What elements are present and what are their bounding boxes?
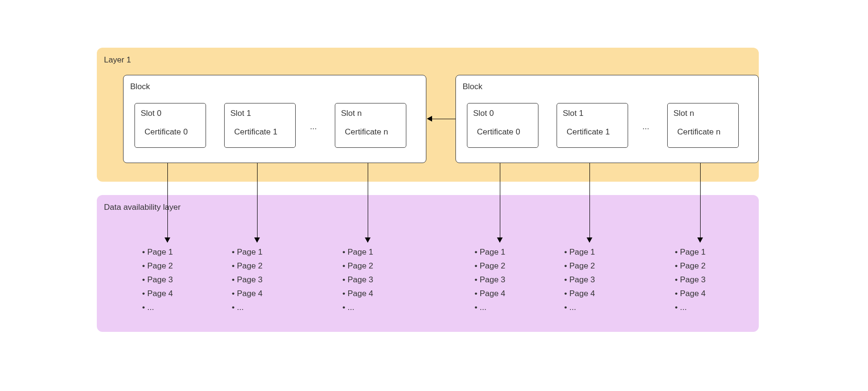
list-item: Page 2: [675, 259, 706, 273]
list-item: Page 1: [342, 246, 373, 259]
arrow-head-down-icon: [697, 237, 703, 243]
pages-a1: Page 1 Page 2 Page 3 Page 4 ...: [232, 246, 263, 314]
pages-b0: Page 1 Page 2 Page 3 Page 4 ...: [475, 246, 506, 314]
list-item: Page 1: [564, 246, 595, 259]
arrow-head-down-icon: [254, 237, 260, 243]
arrow-block-b-to-a: [432, 119, 455, 119]
slot-b0: Slot 0 Certificate 0: [467, 103, 538, 148]
arrow-head-left-icon: [427, 116, 432, 122]
list-item: Page 2: [342, 259, 373, 273]
list-item: Page 1: [142, 246, 173, 259]
slot-an: Slot n Certificate n: [335, 103, 406, 148]
data-availability-layer-box: Data availability layer: [97, 195, 759, 332]
list-item: Page 3: [232, 273, 263, 287]
arrow-head-down-icon: [587, 237, 592, 243]
ellipsis-b: ...: [642, 122, 649, 132]
slot-an-cert: Certificate n: [345, 127, 388, 137]
list-item: Page 2: [475, 259, 506, 273]
slot-an-title: Slot n: [341, 109, 362, 118]
arrow-head-down-icon: [497, 237, 503, 243]
list-item: ...: [232, 301, 263, 315]
list-item: Page 4: [232, 287, 263, 301]
slot-b1-cert: Certificate 1: [567, 127, 610, 137]
slot-bn-title: Slot n: [673, 109, 694, 118]
ellipsis-a: ...: [310, 122, 317, 132]
slot-a1-title: Slot 1: [230, 109, 251, 118]
slot-a1-cert: Certificate 1: [234, 127, 278, 137]
list-item: Page 2: [232, 259, 263, 273]
slot-a0-title: Slot 0: [141, 109, 161, 118]
slot-b0-cert: Certificate 0: [477, 127, 520, 137]
list-item: Page 4: [564, 287, 595, 301]
list-item: Page 4: [142, 287, 173, 301]
slot-bn: Slot n Certificate n: [667, 103, 739, 148]
slot-a1: Slot 1 Certificate 1: [224, 103, 296, 148]
slot-a0-cert: Certificate 0: [145, 127, 188, 137]
slot-bn-cert: Certificate n: [677, 127, 721, 137]
list-item: ...: [342, 301, 373, 315]
list-item: Page 2: [564, 259, 595, 273]
list-item: ...: [564, 301, 595, 315]
list-item: Page 4: [342, 287, 373, 301]
arrow-head-down-icon: [365, 237, 371, 243]
list-item: Page 3: [675, 273, 706, 287]
list-item: Page 2: [142, 259, 173, 273]
layer1-title: Layer 1: [104, 55, 131, 65]
slot-b1: Slot 1 Certificate 1: [557, 103, 628, 148]
block-a-title: Block: [130, 82, 150, 92]
list-item: Page 3: [475, 273, 506, 287]
list-item: Page 4: [475, 287, 506, 301]
list-item: Page 4: [675, 287, 706, 301]
slot-b1-title: Slot 1: [563, 109, 583, 118]
diagram-canvas: Layer 1 Data availability layer Block Sl…: [0, 0, 868, 391]
list-item: Page 3: [564, 273, 595, 287]
data-availability-layer-title: Data availability layer: [104, 203, 181, 212]
list-item: ...: [475, 301, 506, 315]
list-item: Page 3: [142, 273, 173, 287]
list-item: Page 1: [475, 246, 506, 259]
pages-bn: Page 1 Page 2 Page 3 Page 4 ...: [675, 246, 706, 314]
list-item: Page 1: [675, 246, 706, 259]
list-item: ...: [142, 301, 173, 315]
arrow-head-down-icon: [165, 237, 170, 243]
block-b-title: Block: [463, 82, 483, 92]
slot-b0-title: Slot 0: [473, 109, 494, 118]
list-item: ...: [675, 301, 706, 315]
pages-an: Page 1 Page 2 Page 3 Page 4 ...: [342, 246, 373, 314]
pages-b1: Page 1 Page 2 Page 3 Page 4 ...: [564, 246, 595, 314]
list-item: Page 1: [232, 246, 263, 259]
slot-a0: Slot 0 Certificate 0: [134, 103, 206, 148]
pages-a0: Page 1 Page 2 Page 3 Page 4 ...: [142, 246, 173, 314]
list-item: Page 3: [342, 273, 373, 287]
